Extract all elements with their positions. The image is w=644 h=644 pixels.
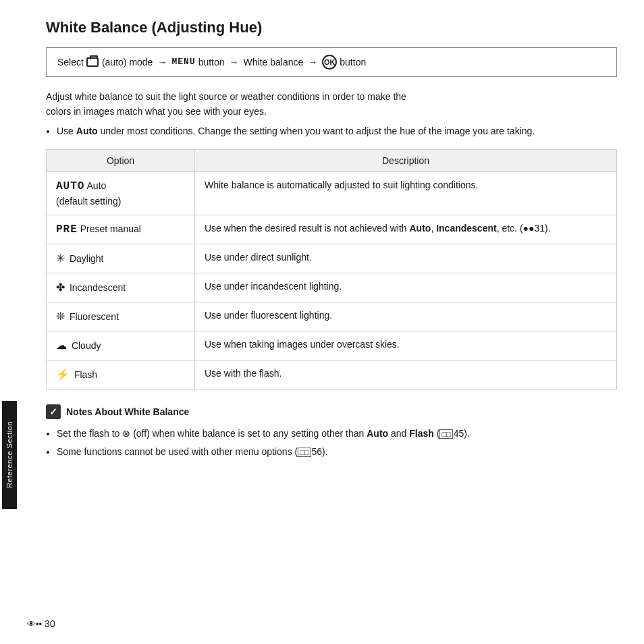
option-auto: AUTO Auto (default setting) (47, 172, 195, 215)
table-row: ☁ Cloudy Use when taking images under ov… (47, 331, 617, 360)
option-daylight: ✳ Daylight (47, 244, 195, 273)
incandescent-icon: ✤ (56, 281, 65, 293)
flash-name: Flash (74, 369, 97, 380)
desc-fluorescent: Use under fluorescent lighting. (195, 302, 617, 331)
notes-bullets: Set the flash to ⊗ (off) when white bala… (57, 426, 617, 459)
option-pre: PRE Preset manual (47, 215, 195, 244)
auto-name: Auto (87, 180, 107, 191)
auto-sub: (default setting) (56, 196, 122, 207)
intro-text: Adjust white balance to suit the light s… (46, 89, 617, 119)
camera-icon (86, 57, 99, 67)
intro-line1: Adjust white balance to suit the light s… (46, 91, 406, 102)
auto-icon: AUTO (56, 180, 84, 192)
notes-section: ✓ Notes About White Balance Set the flas… (46, 404, 617, 459)
nav-menu-label: MENU (171, 55, 195, 69)
daylight-name: Daylight (70, 253, 104, 264)
ok-icon: OK (322, 55, 337, 70)
check-icon: ✓ (46, 404, 61, 419)
option-incandescent: ✤ Incandescent (47, 273, 195, 302)
nav-box: Select (auto) mode → MENU button → White… (46, 47, 617, 77)
page-title: White Balance (Adjusting Hue) (46, 19, 617, 36)
table-row: ⚡ Flash Use with the flash. (47, 360, 617, 390)
notes-header: ✓ Notes About White Balance (46, 404, 617, 419)
sidebar-label: Reference Section (5, 422, 14, 489)
cloudy-name: Cloudy (72, 340, 101, 351)
nav-arrow2: → (230, 55, 239, 70)
table-row: ✳ Daylight Use under direct sunlight. (47, 244, 617, 273)
pre-name: Preset manual (80, 223, 141, 234)
note-item: Set the flash to ⊗ (off) when white bala… (57, 426, 617, 441)
main-content: White Balance (Adjusting Hue) Select (au… (19, 0, 644, 644)
intro-bullets: Use Auto under most conditions. Change t… (57, 124, 617, 138)
nav-arrow3: → (308, 55, 317, 70)
page-num-area: 👁•• 30 (27, 618, 55, 629)
nav-button-text2: button (340, 55, 366, 70)
nav-arrow1: → (157, 55, 167, 70)
pre-icon: PRE (56, 223, 78, 236)
binoculars-icon: 👁•• (27, 619, 42, 629)
table-row: ❊ Fluorescent Use under fluorescent ligh… (47, 302, 617, 331)
daylight-icon: ✳ (56, 252, 65, 264)
page-number: 30 (45, 618, 55, 629)
intro-bullet: Use Auto under most conditions. Change t… (57, 124, 617, 138)
desc-daylight: Use under direct sunlight. (195, 244, 617, 273)
table-header-row: Option Description (47, 150, 617, 172)
option-flash: ⚡ Flash (47, 360, 195, 390)
incandescent-name: Incandescent (70, 282, 126, 293)
sidebar: Reference Section (0, 0, 19, 644)
notes-title: Notes About White Balance (66, 406, 189, 417)
sidebar-tab: Reference Section (2, 401, 17, 509)
white-balance-table: Option Description AUTO Auto (default se… (46, 149, 617, 390)
table-row: ✤ Incandescent Use under incandescent li… (47, 273, 617, 302)
fluorescent-icon: ❊ (56, 311, 65, 322)
desc-auto: White balance is automatically adjusted … (195, 172, 617, 215)
intro-line2: colors in images match what you see with… (46, 106, 267, 117)
nav-wb-label: White balance (244, 55, 304, 70)
desc-incandescent: Use under incandescent lighting. (195, 273, 617, 302)
nav-button-text1: button (198, 55, 225, 70)
desc-cloudy: Use when taking images under overcast sk… (195, 331, 617, 360)
nav-prefix: Select (57, 55, 84, 70)
col-option-header: Option (47, 150, 195, 172)
nav-mode-text: (auto) mode (102, 55, 153, 70)
desc-flash: Use with the flash. (195, 360, 617, 390)
col-description-header: Description (195, 150, 617, 172)
cloudy-icon: ☁ (56, 340, 67, 351)
page-container: Reference Section White Balance (Adjusti… (0, 0, 644, 644)
table-row: PRE Preset manual Use when the desired r… (47, 215, 617, 244)
table-row: AUTO Auto (default setting) White balanc… (47, 172, 617, 215)
note-item: Some functions cannot be used with other… (57, 444, 617, 459)
desc-pre: Use when the desired result is not achie… (195, 215, 617, 244)
option-fluorescent: ❊ Fluorescent (47, 302, 195, 331)
flash-icon: ⚡ (56, 369, 70, 380)
option-cloudy: ☁ Cloudy (47, 331, 195, 360)
fluorescent-name: Fluorescent (70, 311, 119, 322)
